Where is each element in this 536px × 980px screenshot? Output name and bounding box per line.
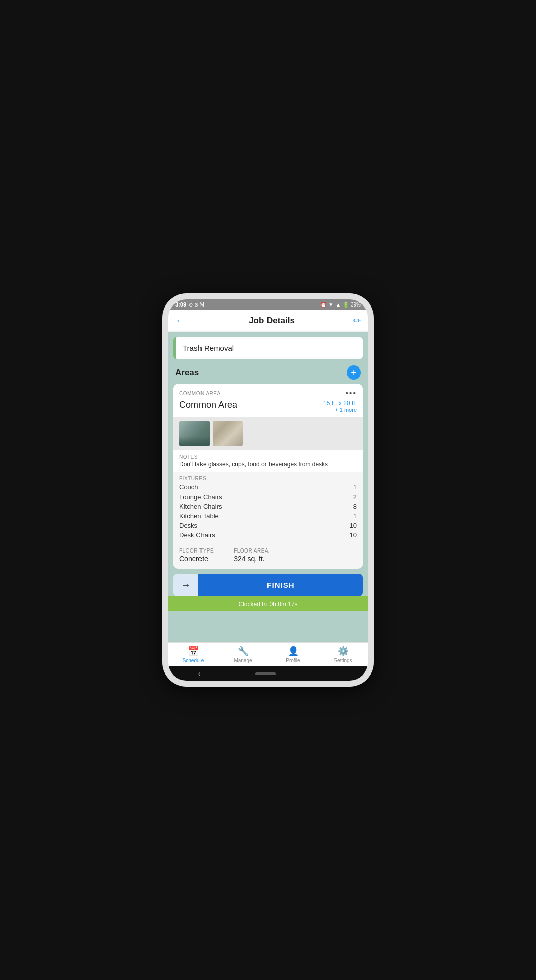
fixture-count: 8 <box>353 503 357 510</box>
nav-profile-label: Profile <box>286 658 300 663</box>
signal-icon: ▲ <box>336 302 341 308</box>
task-name: Trash Removal <box>183 344 234 352</box>
nav-settings-label: Settings <box>333 658 352 663</box>
photo-2[interactable] <box>213 421 243 446</box>
fixtures-label: FIXTURES <box>179 476 357 481</box>
fixture-row: Desk Chairs 10 <box>179 530 357 540</box>
nav-manage-label: Manage <box>234 658 252 663</box>
photo-1[interactable] <box>179 421 210 446</box>
wifi-icon: ▼ <box>328 302 333 308</box>
floor-area-col: FLOOR AREA 324 sq. ft. <box>234 548 269 563</box>
manage-icon: 🔧 <box>238 646 249 657</box>
app-bar: ← Job Details ✏ <box>168 310 368 332</box>
fixture-row: Lounge Chairs 2 <box>179 492 357 502</box>
back-button[interactable]: ← <box>175 315 185 326</box>
clocked-bar: Clocked In 0h:0m:17s <box>168 596 368 611</box>
notes-text: Don't take glasses, cups, food or bevera… <box>179 461 357 468</box>
floor-type-value: Concrete <box>179 555 214 563</box>
schedule-icon: 📅 <box>188 646 199 657</box>
clocked-time-value: 0h:0m:17s <box>270 601 298 608</box>
fixture-name: Couch <box>179 483 198 491</box>
nav-profile[interactable]: 👤 Profile <box>268 643 318 666</box>
fixture-name: Kitchen Chairs <box>179 503 222 510</box>
fixture-row: Couch 1 <box>179 482 357 492</box>
fixture-row: Kitchen Chairs 8 <box>179 502 357 511</box>
alarm-icon: ⏰ <box>320 302 326 308</box>
fixture-count: 1 <box>353 512 357 520</box>
fixture-row: Desks 10 <box>179 521 357 530</box>
areas-title: Areas <box>175 368 199 378</box>
android-home[interactable] <box>255 672 276 675</box>
area-name-row: Common Area 15 ft. x 20 ft. + 1 more <box>173 400 363 417</box>
fixture-row: Kitchen Table 1 <box>179 511 357 521</box>
areas-header: Areas + <box>168 359 368 384</box>
fixture-count: 10 <box>350 522 357 529</box>
fixture-name: Lounge Chairs <box>179 493 222 501</box>
area-dim-more[interactable]: + 1 more <box>323 407 357 413</box>
floor-section: FLOOR TYPE Concrete FLOOR AREA 324 sq. f… <box>173 544 363 569</box>
notes-label: NOTES <box>179 454 357 460</box>
fixture-name: Desk Chairs <box>179 531 215 539</box>
floor-area-value: 324 sq. ft. <box>234 555 269 563</box>
area-name: Common Area <box>179 400 237 410</box>
floor-type-col: FLOOR TYPE Concrete <box>179 548 214 563</box>
area-card: COMMON AREA ••• Common Area 15 ft. x 20 … <box>173 384 363 569</box>
settings-icon: ⚙️ <box>338 646 349 657</box>
area-card-header: COMMON AREA ••• <box>173 384 363 400</box>
android-back[interactable]: ‹ <box>198 669 201 678</box>
area-more-button[interactable]: ••• <box>345 389 357 398</box>
status-bar: 3:09 ⊙ ⊗ M ⏰ ▼ ▲ 🔋 39% <box>168 299 368 310</box>
finish-arrow[interactable]: → <box>173 574 198 596</box>
notes-section: NOTES Don't take glasses, cups, food or … <box>173 450 363 472</box>
edit-button[interactable]: ✏ <box>353 315 361 326</box>
page-title: Job Details <box>190 316 353 326</box>
task-card: Trash Removal <box>173 337 363 359</box>
battery-icon: 🔋 <box>343 302 349 308</box>
fixtures-list: Couch 1 Lounge Chairs 2 Kitchen Chairs 8… <box>179 482 357 540</box>
fixture-count: 1 <box>353 483 357 491</box>
finish-button[interactable]: FINISH <box>198 574 363 596</box>
fixture-count: 10 <box>350 531 357 539</box>
floor-type-label: FLOOR TYPE <box>179 548 214 554</box>
nav-schedule[interactable]: 📅 Schedule <box>168 643 218 666</box>
fixture-name: Kitchen Table <box>179 512 219 520</box>
scroll-content: Trash Removal Areas + COMMON AREA ••• Co… <box>168 332 368 642</box>
area-dimensions: 15 ft. x 20 ft. + 1 more <box>323 400 357 413</box>
status-time: 3:09 <box>175 301 186 308</box>
add-area-button[interactable]: + <box>347 365 361 380</box>
nav-settings[interactable]: ⚙️ Settings <box>318 643 368 666</box>
status-icons-left: ⊙ ⊗ M <box>189 302 204 308</box>
nav-manage[interactable]: 🔧 Manage <box>218 643 268 666</box>
status-icons-right: ⏰ ▼ ▲ 🔋 39% <box>320 302 361 308</box>
area-type-label: COMMON AREA <box>179 391 221 396</box>
bottom-nav: 📅 Schedule 🔧 Manage 👤 Profile ⚙️ Setting… <box>168 642 368 666</box>
fixtures-section: FIXTURES Couch 1 Lounge Chairs 2 Kitchen… <box>173 472 363 544</box>
fixture-name: Desks <box>179 522 197 529</box>
finish-row: → FINISH <box>173 574 363 596</box>
nav-schedule-label: Schedule <box>183 658 204 663</box>
profile-icon: 👤 <box>288 646 299 657</box>
fixture-count: 2 <box>353 493 357 501</box>
battery-percent: 39% <box>351 302 361 308</box>
area-dim-text: 15 ft. x 20 ft. <box>323 400 357 407</box>
floor-area-label: FLOOR AREA <box>234 548 269 554</box>
android-nav-bar: ‹ <box>168 666 368 681</box>
area-photos <box>173 417 363 450</box>
clocked-label: Clocked In <box>238 601 267 608</box>
